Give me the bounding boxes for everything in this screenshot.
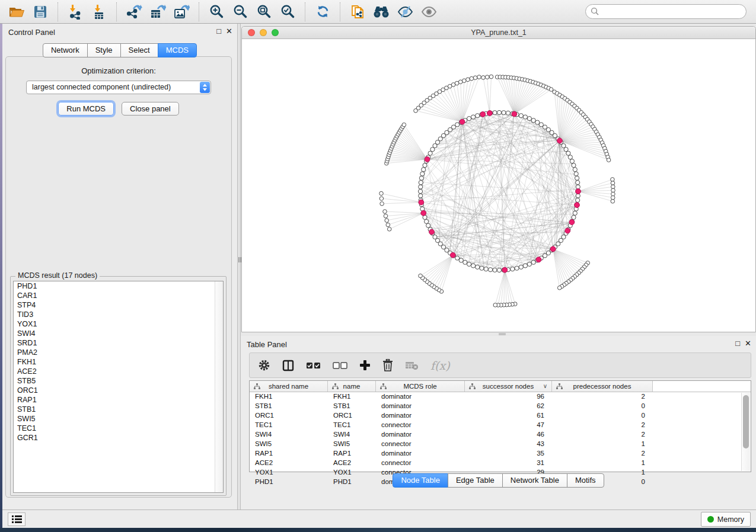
mcds-result-item[interactable]: STB5 [14, 376, 223, 386]
table-scrollbar[interactable] [741, 393, 750, 471]
zoom-in-button[interactable] [205, 2, 228, 22]
mcds-result-item[interactable]: GCR1 [14, 433, 223, 443]
export-image-button[interactable] [170, 2, 193, 22]
table-cell: FKH1 [328, 392, 376, 402]
table-cell: STB1 [328, 402, 376, 411]
column-header-successor-nodes[interactable]: successor nodes∨ [465, 381, 552, 392]
toolbar-separator [116, 2, 117, 21]
table-tab-network-table[interactable]: Network Table [502, 473, 567, 488]
table-cell: connector [376, 440, 465, 449]
mcds-result-item[interactable]: TEC1 [14, 424, 223, 433]
float-panel-icon[interactable]: □ [216, 27, 221, 36]
column-header-shared-name[interactable]: shared name [250, 381, 328, 392]
table-tab-node-table[interactable]: Node Table [393, 473, 448, 488]
network-window-titlebar[interactable]: YPA_prune.txt_1 [242, 27, 755, 39]
toolbar-separator [199, 2, 199, 21]
close-window-icon[interactable] [248, 29, 255, 36]
open-session-button[interactable] [5, 2, 28, 22]
zoom-window-icon[interactable] [272, 29, 279, 36]
mcds-result-item[interactable]: FKH1 [14, 357, 223, 367]
mcds-result-item[interactable]: SWI4 [14, 329, 223, 338]
table-cell: 2 [552, 449, 653, 459]
table-tab-motifs[interactable]: Motifs [567, 473, 604, 488]
search-input[interactable] [602, 7, 741, 17]
function-builder-button-disabled[interactable]: f(x) [430, 359, 450, 372]
search-field[interactable] [585, 4, 747, 19]
columns-icon [282, 360, 294, 371]
mcds-result-item[interactable]: SRD1 [14, 338, 223, 348]
mcds-result-item[interactable]: STP4 [14, 300, 223, 310]
column-header-name[interactable]: name [328, 381, 376, 392]
table-cell: RAP1 [328, 449, 376, 459]
mcds-result-item[interactable]: TID3 [14, 310, 223, 319]
mcds-panel: Optimization criterion: largest connecte… [5, 56, 232, 498]
table-row[interactable]: ORC1ORC1dominator610 [250, 411, 751, 421]
deselect-all-button[interactable] [333, 357, 347, 374]
memory-button[interactable]: Memory [701, 512, 751, 527]
import-network-button[interactable] [63, 2, 87, 22]
tab-select[interactable]: Select [120, 43, 158, 57]
mcds-result-item[interactable]: STB1 [14, 405, 223, 414]
table-cell: 31 [465, 459, 552, 468]
mcds-result-item[interactable]: ORC1 [14, 386, 223, 395]
column-header-predecessor-nodes[interactable]: predecessor nodes [552, 381, 653, 392]
close-panel-button[interactable]: Close panel [122, 102, 179, 116]
network-canvas[interactable] [242, 39, 755, 332]
mcds-result-item[interactable]: PHD1 [14, 281, 223, 291]
table-row[interactable]: SWI4SWI4dominator462 [250, 430, 751, 440]
mcds-result-item[interactable]: PMA2 [14, 348, 223, 357]
mcds-result-item[interactable]: YOX1 [14, 319, 223, 329]
tab-network[interactable]: Network [43, 43, 88, 57]
table-row[interactable]: TEC1TEC1connector472 [250, 421, 751, 430]
delete-column-button[interactable] [382, 357, 393, 374]
table-row[interactable]: ACE2ACE2connector311 [250, 459, 751, 468]
refresh-button[interactable] [311, 2, 334, 22]
create-column-button[interactable] [359, 357, 371, 374]
table-cell: 0 [552, 411, 653, 421]
scrollbar-thumb[interactable] [743, 395, 749, 448]
minimize-window-icon[interactable] [260, 29, 267, 36]
network-graph[interactable] [242, 39, 755, 332]
table-cell: TEC1 [250, 421, 328, 430]
save-session-button[interactable] [28, 2, 52, 22]
select-all-button[interactable] [306, 357, 321, 374]
table-settings-button[interactable] [258, 357, 270, 374]
table-cell: 43 [465, 440, 552, 449]
tab-style[interactable]: Style [87, 43, 121, 57]
mcds-result-list[interactable]: PHD1CAR1STP4TID3YOX1SWI4SRD1PMA2FKH1ACE2… [13, 281, 224, 493]
close-panel-icon[interactable]: ✕ [745, 339, 751, 348]
task-history-button[interactable] [8, 512, 25, 526]
table-row[interactable]: FKH1FKH1dominator962 [250, 392, 751, 402]
mcds-result-item[interactable]: CAR1 [14, 291, 223, 300]
mcds-result-box: MCDS result (17 nodes) PHD1CAR1STP4TID3Y… [10, 276, 227, 496]
table-row[interactable]: RAP1RAP1dominator352 [250, 449, 751, 459]
zoom-selected-button[interactable] [276, 2, 299, 22]
table-tab-edge-table[interactable]: Edge Table [448, 473, 503, 488]
close-panel-icon[interactable]: ✕ [226, 27, 232, 36]
show-column-button[interactable] [282, 357, 294, 374]
list-scrollbar[interactable] [215, 281, 223, 492]
export-network-button[interactable] [122, 2, 146, 22]
mcds-result-item[interactable]: ACE2 [14, 367, 223, 376]
show-all-button[interactable] [417, 2, 441, 22]
zoom-out-button[interactable] [228, 2, 252, 22]
zoom-fit-button[interactable] [252, 2, 276, 22]
delete-table-button-disabled[interactable] [405, 357, 419, 374]
column-header-MCDS-role[interactable]: MCDS role [376, 381, 465, 392]
memory-label: Memory [717, 515, 744, 524]
tab-mcds[interactable]: MCDS [158, 43, 197, 57]
float-panel-icon[interactable]: □ [735, 339, 740, 348]
table-toolbar: f(x) [249, 352, 751, 378]
run-mcds-button[interactable]: Run MCDS [58, 102, 114, 116]
import-table-button[interactable] [87, 2, 111, 22]
mcds-result-item[interactable]: SWI5 [14, 414, 223, 424]
export-table-button[interactable] [146, 2, 170, 22]
list-icon [12, 515, 22, 523]
optimization-criterion-select[interactable]: largest connected component (undirected) [26, 81, 211, 94]
first-neighbors-button[interactable] [369, 2, 393, 22]
mcds-result-item[interactable]: RAP1 [14, 395, 223, 405]
table-row[interactable]: STB1STB1dominator620 [250, 402, 751, 411]
new-network-from-selection-button[interactable] [346, 2, 369, 22]
table-row[interactable]: SWI5SWI5connector431 [250, 440, 751, 449]
hide-selected-button[interactable] [393, 2, 417, 22]
